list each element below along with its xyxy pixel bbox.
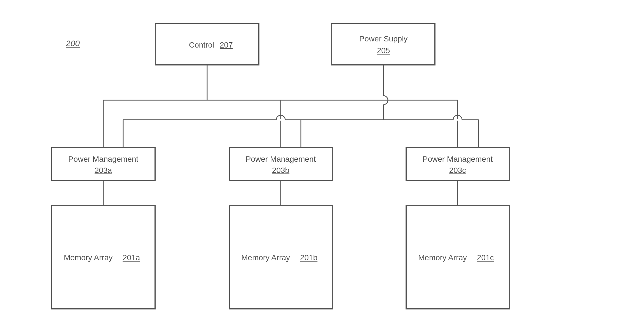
- mem-b-block: Memory Array 201b: [229, 206, 332, 309]
- pm-b-block: Power Management 203b: [229, 148, 332, 181]
- power-supply-ref: 205: [377, 46, 390, 55]
- pm-a-ref: 203a: [95, 166, 112, 175]
- mem-b-ref: 201b: [300, 253, 317, 262]
- control-ref: 207: [220, 41, 233, 49]
- mem-b-label: Memory Array: [241, 253, 290, 262]
- svg-rect-2: [52, 148, 155, 181]
- mem-c-ref: 201c: [477, 253, 494, 262]
- mem-c-label: Memory Array: [418, 253, 467, 262]
- pm-c-block: Power Management 203c: [406, 148, 509, 181]
- power-supply-label: Power Supply: [359, 34, 408, 43]
- mem-c-block: Memory Array 201c: [406, 206, 509, 309]
- pm-c-ref: 203c: [449, 166, 466, 175]
- mem-a-ref: 201a: [123, 253, 140, 262]
- svg-rect-3: [229, 148, 332, 181]
- control-label: Control: [189, 41, 214, 49]
- pm-a-label: Power Management: [68, 155, 139, 163]
- block-diagram: 200 Control 207 Power Supply 205 Power M…: [0, 0, 644, 331]
- pm-b-ref: 203b: [272, 166, 289, 175]
- pm-c-label: Power Management: [423, 155, 493, 163]
- mem-a-block: Memory Array 201a: [52, 206, 155, 309]
- control-block: Control 207: [156, 24, 259, 65]
- power-supply-block: Power Supply 205: [332, 24, 435, 65]
- mem-a-label: Memory Array: [64, 253, 113, 262]
- pm-b-label: Power Management: [246, 155, 316, 163]
- connectors: [103, 65, 479, 206]
- svg-rect-1: [332, 24, 435, 65]
- pm-a-block: Power Management 203a: [52, 148, 155, 181]
- figure-label: 200: [65, 39, 80, 48]
- svg-rect-4: [406, 148, 509, 181]
